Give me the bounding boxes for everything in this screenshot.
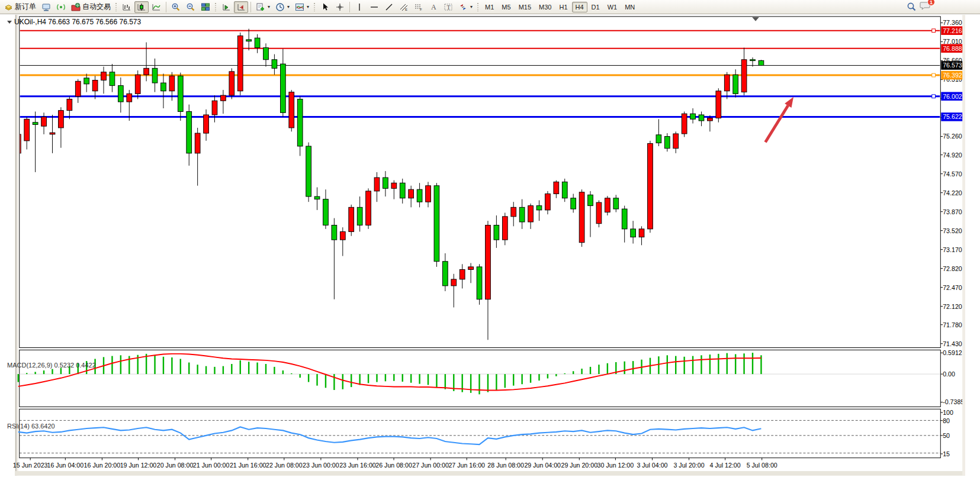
rsi-pane[interactable] [20,409,941,457]
toolbar-separator [349,2,350,12]
time-axis-label: 23 Jun 16:00 [339,462,376,469]
price-badge-label: 76.002 [943,93,962,100]
cursor-tool-button[interactable] [318,1,332,13]
toolbar-separator [250,2,251,12]
candlestick-mode-button[interactable] [134,1,149,13]
candlestick [272,60,277,69]
horizontal-line-icon [369,2,379,12]
bar-chart-icon [122,2,131,12]
time-axis-label: 21 Jun 16:00 [230,462,266,469]
timeframe-button-m15[interactable]: M15 [515,2,535,12]
chart-shift-icon [236,2,246,12]
candlestick [255,38,260,47]
text-tool-button[interactable]: A [426,1,441,13]
arrows-tool-button[interactable]: ▾ [456,1,475,13]
candlestick [110,72,115,86]
time-axis-label: 5 Jul 08:00 [747,462,777,469]
label-icon: T [444,2,453,12]
candlestick [708,118,713,121]
svg-text:A: A [431,3,436,11]
price-tick-label: 74.570 [943,170,962,178]
zoom-in-button[interactable] [169,1,183,13]
candlestick [690,114,696,119]
candlestick [451,279,457,286]
zoom-in-icon [171,2,181,12]
crosshair-icon [335,2,345,12]
horizontal-line-tool-button[interactable] [367,1,381,13]
toolbar-grip [313,2,316,12]
toolbar-grip [477,2,480,12]
price-tick-label: 77.360 [943,19,962,26]
fibonacci-tool-button[interactable]: F [412,1,426,13]
chart-shift-button[interactable] [234,1,248,13]
crosshair-tool-button[interactable] [333,1,347,13]
search-button[interactable] [904,1,919,13]
candlestick [33,122,38,125]
label-tool-button[interactable]: T [441,1,455,13]
symbol-title: UKOil-,H4 76.663 76.675 76.566 76.573 [7,18,141,26]
time-axis-label: 27 Jun 00:00 [412,462,449,469]
price-tick-label: 72.120 [943,303,962,310]
line-endpoint-marker[interactable] [932,29,936,33]
candlestick [306,146,311,196]
tile-windows-button[interactable] [198,1,213,13]
indicators-button[interactable]: ▾ [293,1,311,13]
time-axis-label: 19 Jun 12:00 [120,462,157,469]
line-chart-mode-button[interactable] [149,1,163,13]
line-endpoint-marker[interactable] [932,73,936,77]
candlestick [494,225,499,240]
line-endpoint-marker[interactable] [932,95,936,98]
bar-chart-mode-button[interactable] [120,1,134,13]
auto-trading-button[interactable]: 自动交易 [69,1,113,13]
vertical-line-tool-button[interactable] [352,1,367,13]
collapse-triangle-icon[interactable] [7,21,12,24]
timeframe-button-d1[interactable]: D1 [588,2,603,12]
candlestick [724,75,730,91]
macd-indicator-label: MACD(12,26,9) 0.5232 0.4422 [7,362,96,369]
timeframe-button-w1[interactable]: W1 [604,2,621,12]
price-badge-label: 75.622 [943,113,962,120]
candlestick [161,83,166,91]
candlestick [733,75,738,94]
candlestick [67,99,72,110]
time-axis-label: 28 Jun 08:00 [487,462,524,469]
equidistant-channel-icon: E [399,2,409,12]
candlestick [391,183,397,188]
periods-button[interactable]: ▾ [273,1,292,13]
candlestick [486,225,491,299]
time-axis-label: 21 Jun 00:00 [193,462,230,469]
timeframe-button-m30[interactable]: M30 [535,2,555,12]
timeframe-button-m5[interactable]: M5 [498,2,514,12]
market-watch-button[interactable] [39,1,53,13]
candlestick [92,80,98,91]
terminal-icon [41,2,51,12]
text-icon: A [429,2,438,12]
new-order-button[interactable]: 新订单 [2,1,38,13]
auto-scroll-button[interactable] [219,1,233,13]
candlestick [613,198,619,209]
signals-button[interactable] [54,1,68,13]
timeframe-button-m1[interactable]: M1 [481,2,497,12]
chart-window: 77.36077.01076.66076.31075.96075.61075.2… [0,15,980,490]
candlestick [699,115,704,121]
window-left-border [15,15,18,476]
chart-canvas[interactable]: 77.36077.01076.66076.31075.96075.61075.2… [0,15,980,490]
candlestick [59,111,64,128]
search-icon [907,2,917,12]
new-chart-button[interactable]: ▾ [253,1,272,13]
timeframe-button-h1[interactable]: H1 [555,2,571,12]
candlestick [528,206,534,222]
vertical-line-icon [355,2,364,12]
chat-button[interactable]: 1 [920,1,931,13]
channel-tool-button[interactable]: E [397,1,411,13]
timeframe-button-mn[interactable]: MN [621,2,638,12]
trendline-tool-button[interactable] [382,1,396,13]
time-axis-label: 22 Jun 08:00 [266,462,303,469]
time-axis-label: 26 Jun 08:00 [375,462,412,469]
candlestick [212,101,217,115]
zoom-out-button[interactable] [184,1,198,13]
window-right-border [962,15,965,476]
candlestick [631,229,636,237]
new-chart-icon [256,2,265,12]
timeframe-button-h4[interactable]: H4 [572,2,587,12]
